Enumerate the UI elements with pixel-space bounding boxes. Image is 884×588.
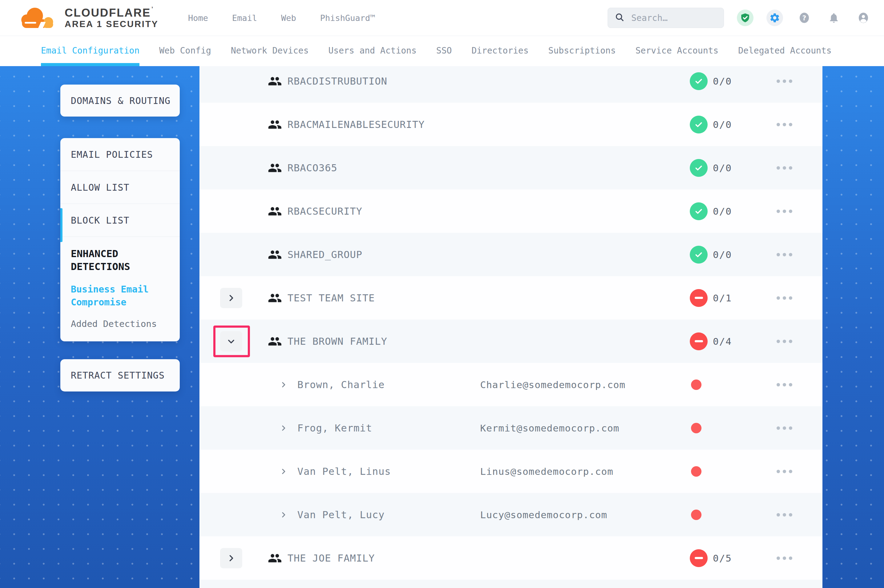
nav-web[interactable]: Web bbox=[281, 13, 296, 23]
tab-directories[interactable]: Directories bbox=[472, 36, 529, 66]
brand-text: CLOUDFLARE ’ AREA 1 SECURITY bbox=[65, 6, 158, 29]
row-actions-button[interactable] bbox=[777, 209, 792, 213]
search-box[interactable] bbox=[607, 8, 724, 28]
sidebar-policies-card: EMAIL POLICIES ALLOW LIST BLOCK LIST ENH… bbox=[60, 138, 180, 341]
brand-line2: AREA 1 SECURITY bbox=[65, 19, 158, 29]
row-actions-button[interactable] bbox=[777, 80, 792, 83]
status-badge bbox=[690, 72, 708, 90]
nav-home[interactable]: Home bbox=[188, 13, 208, 23]
member-email: Linus@somedemocorp.com bbox=[480, 466, 613, 477]
app-window: CLOUDFLARE ’ AREA 1 SECURITY Home Email … bbox=[0, 0, 884, 588]
tab-email-configuration[interactable]: Email Configuration bbox=[41, 36, 140, 66]
expand-group-button[interactable] bbox=[220, 288, 242, 308]
group-icon bbox=[268, 248, 282, 262]
member-name: Frog, Kermit bbox=[297, 422, 372, 434]
chevron-right-icon[interactable] bbox=[280, 381, 287, 389]
chevron-right-icon[interactable] bbox=[280, 424, 287, 432]
member-count: 0/5 bbox=[713, 553, 732, 564]
cloudflare-cloud-icon bbox=[17, 4, 58, 32]
settings-button[interactable] bbox=[767, 9, 783, 26]
sidebar-item-allow-list[interactable]: ALLOW LIST bbox=[60, 171, 180, 204]
notifications-button[interactable] bbox=[825, 9, 842, 26]
group-icon bbox=[268, 74, 282, 88]
member-row: Brown, Charlie Charlie@somedemocorp.com bbox=[200, 363, 822, 406]
cloudflare-logo[interactable]: CLOUDFLARE ’ AREA 1 SECURITY bbox=[17, 4, 158, 32]
sidebar-enhanced-detections-section: ENHANCED DETECTIONS Business Email Compr… bbox=[60, 237, 180, 341]
chevron-right-icon[interactable] bbox=[280, 468, 287, 476]
security-status-button[interactable] bbox=[737, 9, 753, 26]
table-rows: RBACDISTRUBUTION 0/0 RBACMAILENABLESECUR… bbox=[200, 66, 822, 580]
member-count: 0/1 bbox=[713, 292, 732, 303]
member-count: 0/0 bbox=[713, 119, 732, 130]
status-badge bbox=[690, 202, 708, 220]
bell-icon bbox=[828, 12, 840, 24]
row-actions-button[interactable] bbox=[777, 426, 792, 430]
group-name: RBACMAILENABLESECURITY bbox=[287, 119, 425, 130]
group-name: RBACO365 bbox=[287, 162, 337, 174]
member-email: Kermit@somedemocorp.com bbox=[480, 423, 619, 434]
tab-network-devices[interactable]: Network Devices bbox=[231, 36, 309, 66]
minus-icon bbox=[695, 297, 703, 299]
group-name: SHARED_GROUP bbox=[287, 249, 362, 261]
row-actions-button[interactable] bbox=[777, 556, 792, 560]
row-actions-button[interactable] bbox=[777, 296, 792, 300]
search-input[interactable] bbox=[631, 13, 717, 23]
minus-icon bbox=[695, 340, 703, 342]
member-count: 0/0 bbox=[713, 76, 732, 87]
nav-email[interactable]: Email bbox=[232, 13, 257, 23]
primary-nav: Home Email Web PhishGuard™ bbox=[188, 13, 375, 23]
gear-icon bbox=[769, 12, 780, 23]
member-email: Charlie@somedemocorp.com bbox=[480, 379, 625, 390]
active-item-accent-bar bbox=[60, 208, 63, 242]
sidebar-item-added-detections[interactable]: Added Detections bbox=[71, 319, 171, 329]
config-tabs: Email Configuration Web Config Network D… bbox=[0, 36, 884, 66]
tab-service-accounts[interactable]: Service Accounts bbox=[636, 36, 719, 66]
row-actions-button[interactable] bbox=[777, 513, 792, 516]
row-actions-button[interactable] bbox=[777, 339, 792, 343]
expand-group-button[interactable] bbox=[220, 548, 242, 568]
chevron-right-icon[interactable] bbox=[280, 511, 287, 519]
check-icon bbox=[694, 76, 703, 86]
nav-phishguard[interactable]: PhishGuard™ bbox=[320, 13, 375, 23]
member-status-dot bbox=[691, 380, 702, 390]
expand-group-button[interactable] bbox=[220, 331, 242, 351]
allow-list-label: ALLOW LIST bbox=[71, 182, 129, 193]
group-icon bbox=[268, 204, 282, 218]
member-status-dot bbox=[691, 510, 702, 520]
sidebar-item-business-email-compromise[interactable]: Business Email Compromise bbox=[71, 283, 163, 309]
account-button[interactable] bbox=[855, 9, 872, 26]
member-count: 0/4 bbox=[713, 336, 732, 347]
row-actions-button[interactable] bbox=[777, 383, 792, 386]
member-count: 0/0 bbox=[713, 249, 732, 260]
row-actions-button[interactable] bbox=[777, 470, 792, 473]
help-button[interactable]: ? bbox=[796, 9, 813, 26]
email-policies-label: EMAIL POLICIES bbox=[71, 149, 153, 160]
svg-text:?: ? bbox=[803, 14, 806, 22]
member-status-dot bbox=[691, 466, 702, 477]
group-row: SHARED_GROUP 0/0 bbox=[200, 233, 822, 276]
status-badge bbox=[690, 116, 708, 134]
sidebar-item-block-list[interactable]: BLOCK LIST bbox=[60, 204, 180, 237]
check-icon bbox=[694, 120, 703, 129]
member-name: Van Pelt, Lucy bbox=[297, 509, 385, 520]
member-count: 0/0 bbox=[713, 206, 732, 217]
row-actions-button[interactable] bbox=[777, 166, 792, 170]
group-row: TEST TEAM SITE 0/1 bbox=[200, 276, 822, 320]
group-name: TEST TEAM SITE bbox=[287, 292, 375, 304]
status-badge bbox=[690, 159, 708, 177]
group-icon bbox=[268, 334, 282, 348]
sidebar-item-domains-routing[interactable]: DOMAINS & ROUTING bbox=[60, 85, 180, 117]
tab-web-config[interactable]: Web Config bbox=[159, 36, 211, 66]
sidebar-item-email-policies[interactable]: EMAIL POLICIES bbox=[60, 138, 180, 171]
group-row: RBACO365 0/0 bbox=[200, 146, 822, 189]
tab-subscriptions[interactable]: Subscriptions bbox=[548, 36, 616, 66]
tab-users-and-actions[interactable]: Users and Actions bbox=[328, 36, 417, 66]
tab-delegated-accounts[interactable]: Delegated Accounts bbox=[738, 36, 831, 66]
domains-routing-label: DOMAINS & ROUTING bbox=[71, 95, 170, 106]
status-badge bbox=[690, 289, 708, 307]
sidebar-item-retract-settings[interactable]: RETRACT SETTINGS bbox=[60, 359, 180, 392]
group-row: RBACMAILENABLESECURITY 0/0 bbox=[200, 103, 822, 146]
row-actions-button[interactable] bbox=[777, 123, 792, 126]
row-actions-button[interactable] bbox=[777, 253, 792, 256]
tab-sso[interactable]: SSO bbox=[436, 36, 452, 66]
